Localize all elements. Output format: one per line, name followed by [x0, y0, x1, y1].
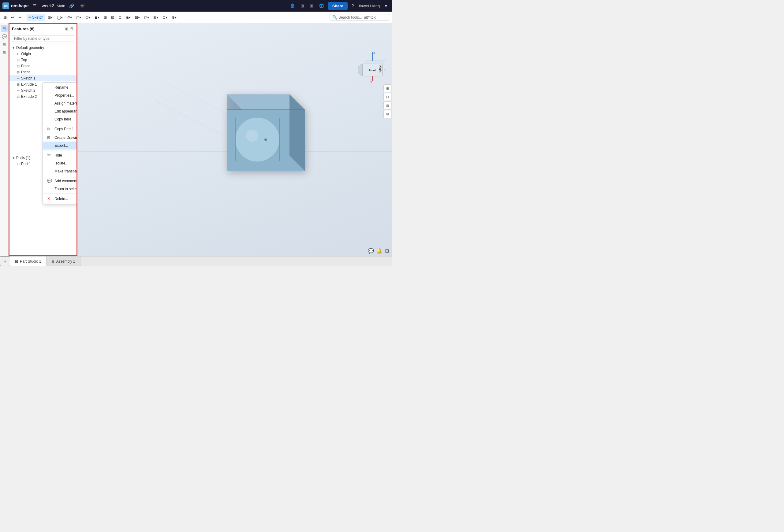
teams-button[interactable]: ⊞	[299, 2, 306, 9]
topbar: on onshape ☰ week2 Main 🔗 🎓 👤 ⊞ ⊞ 🌐 Shar…	[0, 0, 392, 11]
nav-cube-svg: Z X Front Right › ↓	[358, 50, 387, 84]
toolbar-btn4[interactable]: ◻▾	[74, 14, 83, 21]
tree-item-top[interactable]: ⊞ Top	[9, 57, 77, 63]
tree-item-front[interactable]: ⊞ Front	[9, 63, 77, 69]
grid-button[interactable]: ⊞	[308, 2, 315, 9]
add-tab-button[interactable]: +	[0, 257, 10, 266]
logo-icon: on	[2, 2, 9, 9]
feature-tree-clock-btn[interactable]: ⏱	[69, 26, 74, 32]
ctx-sep1	[43, 124, 77, 124]
context-menu: Rename Properties... Assign material... …	[43, 82, 77, 204]
viewport[interactable]: Z X Front Right › ↓ ⊞	[77, 23, 392, 256]
assembly-icon: ⊞	[51, 259, 54, 264]
ctx-export[interactable]: Export...	[43, 142, 77, 149]
ctx-add-comment[interactable]: 💬 Add comment	[43, 177, 77, 185]
toolbar-btn9[interactable]: ⊡	[117, 14, 123, 21]
ctx-rename[interactable]: Rename	[43, 84, 77, 91]
toolbar-btn15[interactable]: ⊕▾	[170, 14, 178, 21]
ctx-edit-appearance[interactable]: Edit appearance...	[43, 107, 77, 115]
search-input[interactable]	[338, 15, 387, 20]
extrude2-icon: ⊟	[17, 95, 20, 99]
section-arrow: ▼	[12, 46, 15, 50]
right-label: Right	[21, 70, 74, 74]
ctx-copy-here[interactable]: Copy here...	[43, 115, 77, 123]
bottom-tabs: + ⊟ Part Studio 1 ⊞ Assembly 1	[0, 256, 392, 266]
default-geometry-label: Default geometry	[16, 46, 44, 50]
ctx-properties[interactable]: Properties...	[43, 91, 77, 99]
toolbar-btn3[interactable]: ⟲▾	[65, 14, 74, 21]
ctx-sep3	[43, 176, 77, 176]
toolbar-left-panel[interactable]: ⊞	[2, 14, 8, 21]
rp-btn1[interactable]: ⊞	[384, 84, 391, 92]
toolbar-btn6[interactable]: ◼▾	[93, 14, 101, 21]
link-icon-button[interactable]: 🔗	[67, 2, 76, 9]
ctx-delete[interactable]: ✕ Delete...	[43, 195, 77, 203]
toolbar-btn10[interactable]: ◉▾	[124, 14, 133, 21]
ctx-make-transparent-label: Make transparent...	[54, 169, 77, 173]
share-button[interactable]: Share	[328, 2, 347, 10]
create-drawing-icon: ⊞	[47, 135, 52, 140]
toolbar-redo[interactable]: ↪	[17, 14, 23, 21]
rp-btn4[interactable]: ⊠	[384, 110, 391, 118]
ctx-zoom-selection[interactable]: Zoom to selection	[43, 185, 77, 193]
delete-icon: ✕	[47, 196, 52, 201]
filter-input[interactable]	[12, 35, 74, 42]
sidebar-icon-features[interactable]: ⊟	[1, 25, 8, 32]
tab-part-studio[interactable]: ⊟ Part Studio 1	[10, 257, 46, 266]
toolbar-btn14[interactable]: ⊡▾	[161, 14, 169, 21]
toolbar-btn2[interactable]: ◯▾	[55, 14, 64, 21]
ctx-assign-material[interactable]: Assign material...	[43, 99, 77, 107]
sidebar-icon-comment[interactable]: 💬	[1, 33, 8, 40]
ctx-edit-appearance-label: Edit appearance...	[54, 109, 77, 113]
feature-tree-title: Features (8)	[12, 27, 64, 31]
toolbar-undo[interactable]: ↩	[9, 14, 16, 21]
tree-item-right[interactable]: ⊞ Right	[9, 69, 77, 75]
toolbar-sep1	[25, 14, 25, 21]
front-label: Front	[21, 64, 74, 68]
toolbar-btn5[interactable]: ⬡▾	[84, 14, 92, 21]
filter-row	[9, 34, 77, 43]
rp-btn3[interactable]: ⊡	[384, 101, 391, 110]
tab-assembly[interactable]: ⊞ Assembly 1	[47, 257, 81, 266]
toolbar-search: 🔍	[330, 14, 390, 21]
search-icon: 🔍	[332, 15, 337, 20]
sidebar-icon-table[interactable]: ⊞	[1, 49, 8, 56]
ctx-create-drawing[interactable]: ⊞ Create Drawing of Part 1...	[43, 133, 77, 142]
sidebar-icon-custom[interactable]: ⊞	[1, 41, 8, 48]
sketch1-icon: ✏	[17, 77, 20, 81]
ctx-copy-part[interactable]: ⧉ Copy Part 1	[43, 125, 77, 133]
notification-button[interactable]: 👤	[288, 2, 297, 9]
ctx-delete-label: Delete...	[54, 197, 68, 201]
add-comment-icon: 💬	[47, 179, 52, 183]
top-label: Top	[21, 58, 74, 62]
bottom-icon2[interactable]: 🔔	[376, 248, 383, 254]
default-geometry-header[interactable]: ▼ Default geometry	[9, 45, 77, 51]
user-menu-button[interactable]: ▼	[382, 2, 390, 9]
origin-icon: ⊙	[17, 52, 20, 56]
toolbar-btn1[interactable]: ⊟▾	[46, 14, 54, 21]
rp-btn2[interactable]: ⊟	[384, 93, 391, 101]
feature-tree-config-btn[interactable]: ⊞	[64, 26, 69, 32]
toolbar-btn12[interactable]: ◻▾	[142, 14, 151, 21]
ctx-export-label: Export...	[54, 143, 68, 148]
tree-item-sketch1[interactable]: ✏ Sketch 1	[9, 75, 77, 81]
toolbar-btn13[interactable]: ⊞▾	[151, 14, 160, 21]
ctx-zoom-label: Zoom to selection	[54, 187, 77, 191]
tree-item-origin[interactable]: ⊙ Origin	[9, 51, 77, 57]
bottom-icon1[interactable]: 💬	[368, 248, 374, 254]
globe-button[interactable]: 🌐	[317, 2, 326, 9]
ctx-isolate[interactable]: Isolate...	[43, 159, 77, 167]
toolbar-btn11[interactable]: ⊟▾	[133, 14, 142, 21]
toolbar-btn8[interactable]: ⊡	[109, 14, 116, 21]
bottom-icon3[interactable]: ⊞	[385, 248, 389, 254]
ctx-make-transparent[interactable]: Make transparent...	[43, 167, 77, 175]
grad-icon-button[interactable]: 🎓	[78, 2, 87, 9]
toolbar-sketch[interactable]: ✏ Sketch	[27, 14, 45, 21]
hamburger-button[interactable]: ☰	[31, 2, 38, 9]
ctx-hide[interactable]: 👁 Hide	[43, 151, 77, 159]
feature-tree-header: Features (8) ⊞ ⏱	[9, 24, 77, 34]
nav-cube[interactable]: Z X Front Right › ↓	[358, 50, 387, 85]
help-button[interactable]: ?	[350, 2, 356, 9]
toolbar-btn7[interactable]: ⊞	[102, 14, 109, 21]
svg-text:Front: Front	[369, 69, 376, 72]
